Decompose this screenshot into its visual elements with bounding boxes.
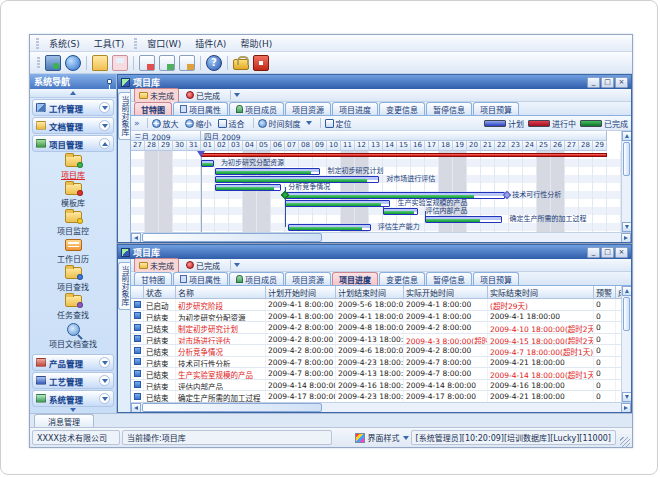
zoom-out-button[interactable]: 缩小 [196, 118, 212, 129]
side-tab-strip[interactable]: 当前对象库 [118, 89, 131, 242]
tab-变更信息[interactable]: 变更信息 [379, 272, 425, 285]
table-row[interactable]: 已结束分析竞争情况2009-4-2 8:00:002009-4-6 18:00:… [131, 345, 621, 357]
tab-甘特图[interactable]: 甘特图 [134, 102, 172, 115]
tab-项目成员[interactable]: 项目成员 [229, 102, 284, 115]
maximize-button[interactable]: □ [601, 77, 614, 88]
tab-项目属性[interactable]: 项目属性 [173, 102, 228, 115]
locate-icon[interactable] [325, 119, 334, 128]
task-bar-制定初步研究计划[interactable] [215, 168, 320, 175]
filter-overflow-icon[interactable] [234, 263, 240, 267]
scrollbar-thumb[interactable] [623, 142, 630, 176]
scroll-right-arrow[interactable] [621, 403, 631, 413]
scroll-down-arrow[interactable] [622, 392, 632, 402]
menubar-grip[interactable] [134, 38, 137, 49]
tab-甘特图[interactable]: 甘特图 [134, 272, 172, 285]
gantt-vertical-scrollbar[interactable] [621, 131, 631, 232]
tab-项目预算[interactable]: 项目预算 [473, 272, 519, 285]
column-header-实际结束时间[interactable]: 实际结束时间 [488, 286, 594, 299]
tab-项目资源[interactable]: 项目资源 [285, 272, 331, 285]
current-object-library-tab[interactable]: 当前对象库 [118, 92, 130, 140]
sidebar-group-工艺管理[interactable]: 工艺管理 [32, 372, 114, 389]
task-bar-技术可行性分析[interactable] [285, 192, 505, 199]
message-management-tab[interactable]: 消息管理 [34, 414, 94, 427]
fit-icon[interactable] [218, 119, 227, 128]
sidebar-collapse-button[interactable] [30, 89, 116, 98]
table-panel-titlebar[interactable]: 项目库 _ □ × [118, 245, 631, 259]
close-button[interactable]: × [615, 77, 628, 88]
task-bar-为初步研究分配资源[interactable] [201, 160, 214, 167]
table-row[interactable]: 已结束制定初步研究计划2009-4-2 8:00:002009-4-8 18:0… [131, 322, 621, 334]
timescale-icon[interactable] [258, 119, 267, 128]
menubar-grip[interactable] [36, 38, 39, 49]
sidebar-group-系统管理[interactable]: 系统管理 [32, 390, 114, 407]
table-row[interactable]: 已结束为初步研究分配资源2009-4-1 8:00:002009-4-1 18:… [131, 311, 621, 323]
report-mail-button[interactable] [139, 55, 155, 71]
zoom-in-icon[interactable]: + [152, 119, 161, 128]
tab-项目成员[interactable]: 项目成员 [229, 272, 284, 285]
zoom-in-button[interactable]: 放大 [163, 118, 179, 129]
report-chart-button[interactable] [159, 55, 175, 71]
sidebar-item-项目查找[interactable]: 项目查找 [30, 267, 116, 292]
scrollbar-thumb[interactable] [623, 297, 630, 331]
table-row[interactable]: 已结束评估内部产品2009-4-14 8:00:002009-4-16 18:0… [131, 380, 621, 392]
close-button[interactable]: × [615, 247, 628, 258]
sidebar-item-项目库[interactable]: 项目库 [30, 155, 116, 180]
tab-项目预算[interactable]: 项目预算 [473, 102, 519, 115]
tab-变更信息[interactable]: 变更信息 [379, 102, 425, 115]
world-button[interactable] [65, 55, 81, 71]
sidebar-item-工作日历[interactable]: 工作日历 [30, 239, 116, 264]
locate-button[interactable]: 定位 [336, 118, 352, 129]
task-bar-评估生产能力[interactable] [288, 224, 371, 231]
table-row[interactable]: 已启动初步研究阶段2009-4-1 8:00:002009-5-6 18:00:… [131, 299, 621, 311]
network-button[interactable] [45, 55, 61, 71]
menu-item-1[interactable]: 系统(S) [42, 35, 87, 52]
gantt-panel-titlebar[interactable]: 项目库 _ □ × [118, 75, 631, 89]
sidebar-group-工作管理[interactable]: 工作管理 [32, 99, 114, 116]
column-header-状态[interactable]: 状态 [144, 286, 176, 299]
table-horizontal-scrollbar[interactable] [131, 402, 631, 412]
timescale-button[interactable]: 时间刻度 [269, 118, 301, 129]
group-toggle-button[interactable] [99, 375, 110, 386]
sidebar-group-文档管理[interactable]: 文档管理 [32, 117, 114, 134]
sidebar-item-任务查找[interactable]: 任务查找 [30, 295, 116, 320]
scroll-down-arrow[interactable] [622, 222, 632, 232]
fit-button[interactable]: 适合 [229, 118, 245, 129]
report-page-button[interactable] [179, 55, 195, 71]
sidebar-item-项目监控[interactable]: 项目监控 [30, 211, 116, 236]
filter-已完成[interactable]: 已完成 [181, 88, 225, 103]
table-row[interactable]: 已结束确定生产所需的加工过程2009-4-17 8:00:002009-4-23… [131, 391, 621, 402]
sidebar-group-项目管理[interactable]: 项目管理 [32, 135, 114, 152]
task-bar-确定生产所需的加工过程[interactable] [425, 216, 502, 223]
maximize-button[interactable]: □ [601, 247, 614, 258]
column-header-marker[interactable] [131, 286, 144, 299]
minimize-button[interactable]: _ [587, 247, 600, 258]
task-bar-生产实验室规模的产品[interactable] [285, 200, 390, 207]
menu-item-3[interactable]: 窗口(W) [140, 35, 188, 52]
tab-暂停信息[interactable]: 暂停信息 [426, 272, 472, 285]
tab-暂停信息[interactable]: 暂停信息 [426, 102, 472, 115]
save-button[interactable] [112, 55, 128, 71]
task-bar-评估内部产品[interactable] [383, 208, 418, 215]
scroll-left-arrow[interactable] [131, 403, 141, 413]
resize-grip[interactable] [620, 437, 630, 447]
filter-overflow-icon[interactable] [234, 93, 240, 97]
zoom-out-icon[interactable]: − [185, 119, 194, 128]
filter-未完成[interactable]: 未完成 [134, 258, 179, 273]
column-header-计划结束时间[interactable]: 计划结束时间 [336, 286, 404, 299]
scrollbar-thumb[interactable] [142, 233, 322, 242]
group-toggle-button[interactable] [99, 357, 110, 368]
scroll-left-arrow[interactable] [131, 233, 141, 243]
table-row[interactable]: 已结束对市场进行评估2009-4-2 8:00:002009-4-13 18:0… [131, 334, 621, 346]
tab-项目资源[interactable]: 项目资源 [285, 102, 331, 115]
help-button[interactable] [206, 55, 222, 71]
menu-item-4[interactable]: 插件(A) [188, 35, 233, 52]
sidebar-item-项目文档查找[interactable]: 项目文档查找 [30, 323, 116, 349]
group-toggle-button[interactable] [99, 393, 110, 404]
toolbar-grip[interactable] [37, 57, 40, 68]
scrollbar-thumb[interactable] [142, 403, 322, 412]
group-toggle-button[interactable] [99, 138, 110, 149]
column-header-预警[interactable]: 预警 [594, 286, 616, 299]
menu-item-2[interactable]: 工具(T) [87, 35, 132, 52]
gantt-horizontal-scrollbar[interactable] [131, 232, 631, 242]
column-header-计划开始时间[interactable]: 计划开始时间 [266, 286, 336, 299]
